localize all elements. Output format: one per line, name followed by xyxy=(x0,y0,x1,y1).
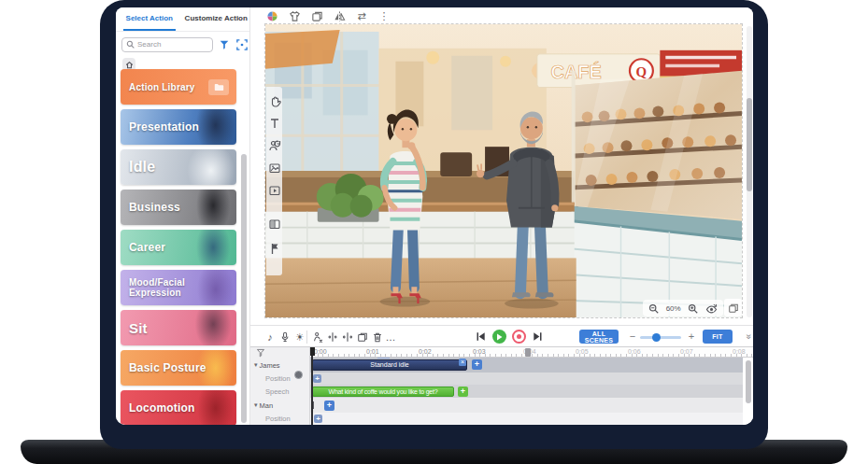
mirror-flip-icon[interactable] xyxy=(333,9,346,22)
viewport[interactable]: CAFÉ Q xyxy=(264,23,743,318)
ruler-label: 0:03 xyxy=(473,348,486,355)
viewport-scrollbar-thumb[interactable] xyxy=(747,98,752,191)
break-clip-icon[interactable] xyxy=(326,330,339,344)
category-locomotion[interactable]: Locomotion xyxy=(121,390,236,425)
wardrobe-shirt-icon[interactable] xyxy=(288,9,301,22)
category-mood-facial-expression[interactable]: Mood/Facial Expression xyxy=(121,270,236,305)
timeline-zoom-slider[interactable] xyxy=(640,336,681,339)
record-button[interactable] xyxy=(512,330,526,344)
actor-wheel-icon[interactable] xyxy=(265,9,278,22)
search-input[interactable]: Search xyxy=(121,37,213,52)
image-tool-icon[interactable] xyxy=(268,162,281,175)
timeline-scrollbar[interactable] xyxy=(746,360,751,403)
ruler-label: 0:02 xyxy=(419,348,432,355)
category-label: Mood/Facial Expression xyxy=(129,277,198,298)
microphone-icon[interactable] xyxy=(278,330,292,344)
collapse-timeline-icon[interactable]: » xyxy=(738,330,753,343)
timeline-track-list: ▾ James Position Speech ▾ Man xyxy=(250,347,310,425)
viewport-scrollbar[interactable] xyxy=(747,26,752,317)
track-filter-icon[interactable] xyxy=(256,348,265,358)
align-clip-icon[interactable] xyxy=(341,330,354,344)
playhead[interactable] xyxy=(311,347,313,425)
lane-man-action[interactable]: + xyxy=(310,398,743,413)
remove-motion-icon[interactable] xyxy=(311,330,324,344)
chevron-down-icon[interactable]: ▾ xyxy=(254,401,258,409)
home-icon xyxy=(125,61,134,69)
more-icon[interactable]: … xyxy=(384,330,397,344)
cafe-logo-letter: Q xyxy=(636,64,647,79)
camera-preview-icon[interactable] xyxy=(705,303,718,314)
track-man-position[interactable]: Position xyxy=(250,413,310,425)
ruler-label: 0:07 xyxy=(680,348,693,355)
more-vertical-icon[interactable]: ⋮ xyxy=(377,9,391,22)
duplicate-view-button[interactable] xyxy=(724,299,742,316)
timeline-zoom-in[interactable]: + xyxy=(686,330,697,344)
timeline-ruler[interactable]: 0:00 0:01 0:02 0:03 0:04 0:05 0:06 0:07 … xyxy=(310,347,753,358)
category-action-library[interactable]: Action Library xyxy=(121,69,236,105)
lane-james-position[interactable]: + xyxy=(310,373,743,385)
subtrack-name: Position xyxy=(265,374,291,383)
category-label: Idle xyxy=(129,159,155,176)
text-tool-icon[interactable] xyxy=(268,117,281,130)
zoom-out-icon[interactable] xyxy=(648,303,659,314)
add-man-clip-button[interactable]: + xyxy=(324,401,334,411)
flag-tool-icon[interactable] xyxy=(268,242,281,255)
category-idle[interactable]: Idle xyxy=(121,149,236,185)
play-button[interactable] xyxy=(492,330,506,344)
clip-end-handle[interactable]: × xyxy=(459,359,466,366)
clip-speech[interactable]: What kind of coffe would you like to get… xyxy=(312,387,454,397)
track-james[interactable]: ▾ James xyxy=(250,358,310,373)
subtrack-name: Speech xyxy=(265,387,289,396)
add-speech-clip-button[interactable]: + xyxy=(458,387,468,397)
character-tool-icon[interactable] xyxy=(268,139,281,152)
category-sit[interactable]: Sit xyxy=(121,310,236,345)
ruler-label: 0:05 xyxy=(576,348,589,355)
search-row: Search xyxy=(121,36,249,52)
track-james-position[interactable]: Position xyxy=(250,373,310,385)
copy-icon[interactable] xyxy=(356,330,369,344)
tab-customize-action[interactable]: Customize Action xyxy=(183,7,250,31)
scene-end-marker[interactable] xyxy=(525,348,531,357)
track-name: James xyxy=(260,361,280,370)
add-man-position-key-button[interactable]: + xyxy=(314,415,322,423)
tab-select-action[interactable]: Select Action xyxy=(116,7,183,31)
category-presentation[interactable]: Presentation xyxy=(121,109,236,145)
zoom-in-icon[interactable] xyxy=(688,303,698,314)
swap-arrows-icon[interactable]: ⇄ xyxy=(355,9,368,22)
sidebar-scrollbar[interactable] xyxy=(241,154,247,423)
add-position-key-button[interactable]: + xyxy=(313,374,321,383)
fit-view-icon[interactable] xyxy=(235,38,249,51)
viewport-zoom-controls: 60% xyxy=(643,300,723,316)
timeline-zoom-out[interactable]: − xyxy=(627,330,638,344)
next-frame-button[interactable] xyxy=(532,330,544,343)
category-career[interactable]: Career xyxy=(121,230,236,265)
chevron-down-icon[interactable]: ▾ xyxy=(254,361,258,369)
previous-frame-button[interactable] xyxy=(475,330,487,343)
audio-icon[interactable]: ♪ xyxy=(263,330,277,344)
timeline-toolbar: ♪ ☀ xyxy=(250,325,753,347)
media-tool-icon[interactable] xyxy=(268,184,281,197)
pan-hand-icon[interactable] xyxy=(268,94,281,107)
track-man[interactable]: ▾ Man xyxy=(250,398,310,413)
folder-icon xyxy=(208,79,229,95)
light-icon[interactable]: ☀ xyxy=(293,330,306,344)
app-window: Select Action Customize Action Search xyxy=(116,7,753,425)
layout-split-icon[interactable] xyxy=(268,218,281,231)
category-basic-posture[interactable]: Basic Posture xyxy=(121,350,236,386)
category-business[interactable]: Business xyxy=(121,190,236,225)
clip-standard-idle[interactable]: Standard idle xyxy=(312,359,467,371)
ruler-label: 0:01 xyxy=(366,348,379,355)
track-james-speech[interactable]: Speech xyxy=(250,385,310,398)
add-action-clip-button[interactable]: + xyxy=(472,359,482,370)
delete-icon[interactable] xyxy=(371,330,384,344)
subtrack-name: Position xyxy=(265,415,291,423)
lane-man-position[interactable]: + xyxy=(310,413,743,425)
lane-james-speech[interactable]: What kind of coffe would you like to get… xyxy=(310,385,743,398)
fit-button[interactable]: FIT xyxy=(703,330,733,344)
lane-james-action[interactable]: Standard idle × + + xyxy=(310,358,743,373)
duplicate-icon[interactable] xyxy=(310,9,323,22)
ruler-label: 0:06 xyxy=(628,348,641,355)
filter-icon[interactable] xyxy=(218,38,231,51)
all-scenes-button[interactable]: ALL SCENES xyxy=(579,330,619,344)
timeline-zoom-slider-thumb[interactable] xyxy=(652,333,661,342)
